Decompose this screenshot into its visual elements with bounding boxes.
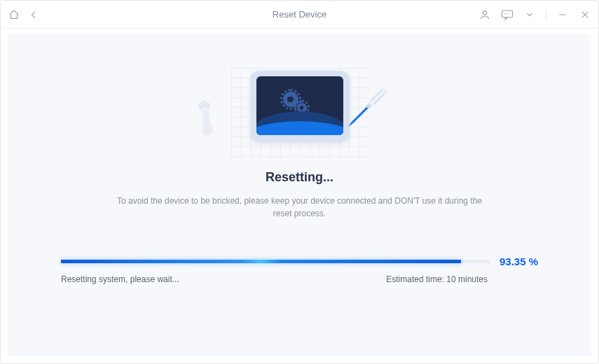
content-panel: Resetting... To avoid the device to be b… [8,34,591,356]
progress-bar [61,260,490,263]
status-heading: Resetting... [8,170,591,185]
device-icon [251,71,349,141]
svg-point-3 [507,13,508,15]
svg-point-4 [509,13,510,15]
back-icon[interactable] [27,8,40,21]
account-icon[interactable] [478,8,491,21]
progress-fill [61,260,461,263]
app-window: Reset Device [0,0,599,364]
separator [546,10,546,20]
svg-rect-9 [368,88,387,107]
feedback-icon[interactable] [501,8,514,21]
progress-percent: 93.35 % [500,255,538,267]
svg-point-0 [483,10,486,14]
progress-status-text: Resetting system, please wait... [61,274,179,284]
minimize-icon[interactable] [556,8,569,21]
status-subtext: To avoid the device to be bricked, pleas… [111,195,489,220]
illustration [219,71,380,141]
svg-marker-14 [347,122,353,127]
home-icon[interactable] [8,8,20,21]
svg-rect-8 [202,108,209,129]
progress-section: 93.35 % Resetting system, please wait...… [61,255,538,284]
wrench-icon [195,95,216,140]
progress-estimated-time: Estimated time: 10 minutes [386,274,488,284]
titlebar: Reset Device [1,1,598,29]
chevron-down-icon[interactable] [523,8,536,21]
svg-rect-13 [351,107,367,123]
svg-point-2 [504,13,506,15]
screwdriver-icon [336,79,396,139]
close-icon[interactable] [579,8,591,21]
